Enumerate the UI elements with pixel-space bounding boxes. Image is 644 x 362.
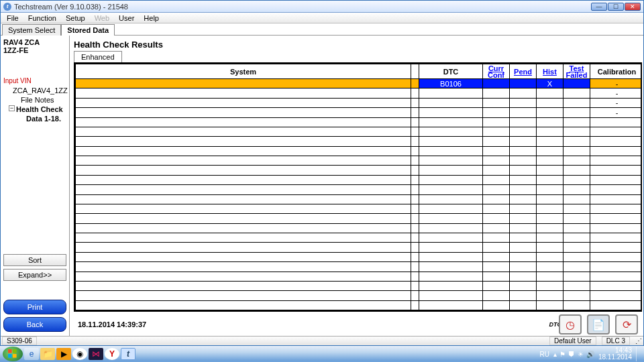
table-row[interactable]: - — [76, 88, 643, 98]
minimize-button[interactable]: — — [591, 3, 607, 11]
table-row[interactable] — [76, 204, 643, 213]
cell-curr — [483, 214, 510, 223]
tree-root[interactable]: ZCA_RAV4_1ZZ- — [2, 86, 68, 95]
cell-pend — [510, 166, 537, 175]
tree-file-notes[interactable]: File Notes — [2, 95, 68, 105]
table-row[interactable] — [76, 252, 643, 261]
tray-chevron-icon[interactable]: ▴ — [553, 351, 557, 358]
taskbar-ie-icon[interactable]: e — [24, 348, 39, 360]
taskbar-app1-icon[interactable]: ⋈ — [89, 348, 103, 360]
print-button[interactable]: Print — [3, 300, 66, 314]
show-desktop[interactable] — [636, 347, 641, 361]
table-row[interactable] — [76, 194, 643, 204]
table-row[interactable] — [76, 117, 643, 127]
table-row[interactable] — [76, 166, 643, 175]
tray-lang[interactable]: RU — [539, 351, 549, 358]
windows-logo-icon — [8, 349, 17, 359]
cell-cal — [590, 127, 643, 136]
table-row[interactable] — [76, 156, 643, 166]
cell-hist — [537, 117, 564, 127]
tab-stored-data[interactable]: Stored Data — [61, 24, 115, 36]
sort-button[interactable]: Sort — [3, 254, 66, 266]
cell-cal — [590, 194, 643, 204]
taskbar-media-icon[interactable]: ▶ — [56, 348, 71, 360]
menu-help[interactable]: Help — [139, 13, 164, 23]
cell-pend — [510, 204, 537, 213]
tab-system-select[interactable]: System Select — [2, 24, 61, 36]
table-row[interactable] — [76, 127, 643, 136]
table-row[interactable] — [76, 223, 643, 233]
cell-gap — [411, 291, 419, 300]
tray-clock[interactable]: 14:43 18.11.2014 — [598, 347, 632, 361]
table-row[interactable] — [76, 233, 643, 243]
cell-pend — [510, 252, 537, 261]
table-row[interactable] — [76, 175, 643, 184]
table-row[interactable] — [76, 243, 643, 252]
table-row[interactable] — [76, 291, 643, 300]
cell-system — [76, 166, 411, 175]
col-pend[interactable]: Pend — [510, 64, 537, 79]
table-row[interactable] — [76, 272, 643, 281]
status-resize-grip[interactable]: ⋰ — [635, 337, 642, 345]
cell-system — [76, 137, 411, 146]
menu-user[interactable]: User — [114, 13, 139, 23]
table-row[interactable] — [76, 300, 643, 310]
data-tree[interactable]: ZCA_RAV4_1ZZ- File Notes − Health Check … — [1, 86, 69, 250]
tab-enhanced[interactable]: Enhanced — [74, 51, 122, 62]
tree-data-item[interactable]: Data 1-18. — [2, 114, 68, 123]
menu-web: Web — [90, 13, 114, 23]
col-hist[interactable]: Hist — [537, 64, 564, 79]
refresh-button[interactable]: ⟳ — [615, 314, 638, 335]
col-curr-conf[interactable]: Curr Conf — [483, 64, 510, 79]
cell-test — [564, 233, 590, 243]
table-row[interactable] — [76, 281, 643, 290]
table-row[interactable] — [76, 262, 643, 272]
tree-health-check[interactable]: − Health Check — [2, 105, 68, 114]
system-tray[interactable]: ▴ ⚑ ⛊ ☀ 🔊 — [553, 351, 594, 358]
table-row[interactable] — [76, 146, 643, 156]
taskbar-techstream-icon[interactable]: t — [121, 348, 136, 360]
menu-function[interactable]: Function — [23, 13, 61, 23]
tray-power-icon[interactable]: ☀ — [578, 351, 584, 358]
col-test-failed[interactable]: Test Failed — [564, 64, 590, 79]
cell-test — [564, 98, 590, 107]
cell-test — [564, 79, 590, 88]
tray-flag-icon[interactable]: ⚑ — [559, 351, 566, 358]
table-row[interactable] — [76, 137, 643, 146]
table-row[interactable]: - — [76, 98, 643, 107]
back-button[interactable]: Back — [3, 317, 66, 332]
cell-gap — [411, 233, 419, 243]
vehicle-info: RAV4 ZCA 1ZZ-FE — [1, 36, 69, 57]
tray-volume-icon[interactable]: 🔊 — [586, 351, 594, 358]
cell-gap — [411, 185, 419, 194]
cell-dtc — [419, 117, 483, 127]
cell-dtc — [419, 252, 483, 261]
cell-hist — [537, 175, 564, 184]
menu-file[interactable]: File — [2, 13, 23, 23]
col-calibration: Calibration — [590, 64, 643, 79]
tray-shield-icon[interactable]: ⛊ — [568, 351, 575, 358]
tree-collapse-icon[interactable]: − — [9, 105, 15, 111]
cell-hist — [537, 137, 564, 146]
table-row[interactable]: B0106X- — [76, 79, 643, 88]
cell-pend — [510, 262, 537, 272]
taskbar-yandex-icon[interactable]: Y — [105, 348, 119, 360]
table-row[interactable] — [76, 214, 643, 223]
close-button[interactable]: ✕ — [625, 3, 641, 11]
start-button[interactable] — [3, 347, 23, 361]
expand-button[interactable]: Expand>> — [3, 269, 66, 281]
menu-setup[interactable]: Setup — [61, 13, 90, 23]
taskbar-explorer-icon[interactable]: 📁 — [40, 348, 55, 360]
col-dtc: DTC — [419, 64, 483, 79]
table-row[interactable] — [76, 185, 643, 194]
cell-system — [76, 79, 411, 88]
report-button[interactable]: 📄 — [587, 314, 610, 335]
cell-hist — [537, 223, 564, 233]
dtc-clock-button[interactable]: ◷ — [559, 314, 582, 335]
cell-gap — [411, 204, 419, 213]
taskbar-chrome-icon[interactable]: ◉ — [72, 348, 87, 360]
menubar: File Function Setup Web User Help — [1, 13, 643, 23]
cell-pend — [510, 108, 537, 117]
maximize-button[interactable]: ☐ — [608, 3, 624, 11]
table-row[interactable]: - — [76, 108, 643, 117]
